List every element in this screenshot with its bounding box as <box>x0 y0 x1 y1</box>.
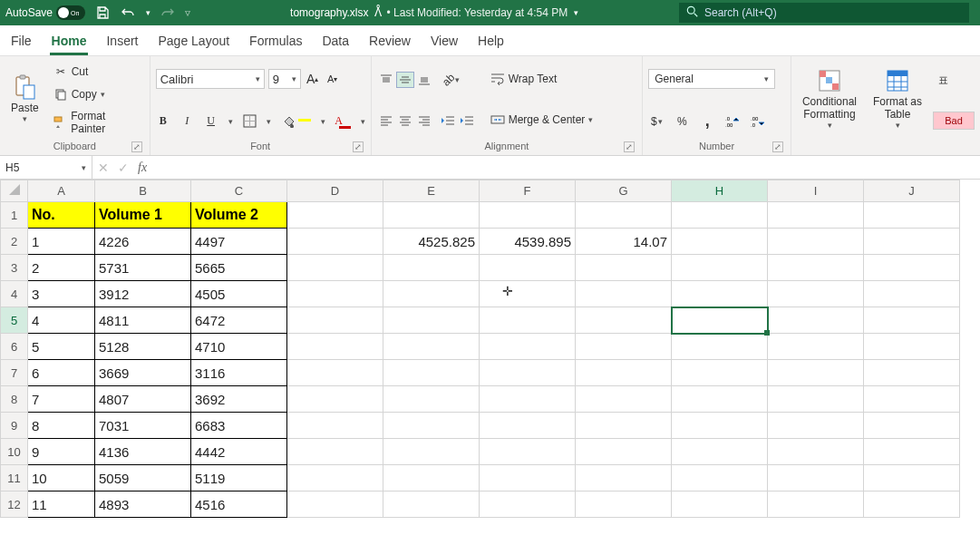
font-launcher-icon[interactable]: ⤢ <box>353 141 364 152</box>
paste-button[interactable]: Paste▾ <box>5 60 44 139</box>
search-box[interactable]: Search (Alt+Q) <box>679 3 969 23</box>
row-header[interactable]: 3 <box>1 255 28 281</box>
cell[interactable] <box>768 229 864 255</box>
cancel-formula-icon[interactable]: ✕ <box>98 161 109 175</box>
col-header[interactable]: G <box>576 180 672 202</box>
cell[interactable] <box>383 491 480 518</box>
bold-button[interactable]: B <box>156 113 170 130</box>
copy-button[interactable]: Copy▾ <box>50 85 144 103</box>
cell[interactable] <box>576 360 672 386</box>
number-launcher-icon[interactable]: ⤢ <box>772 141 783 152</box>
cell[interactable] <box>864 491 960 518</box>
cell[interactable]: 10 <box>28 465 95 491</box>
cell[interactable]: 4516 <box>191 491 287 518</box>
cell[interactable] <box>383 360 480 386</box>
cell[interactable] <box>383 307 480 334</box>
undo-icon[interactable] <box>120 5 136 21</box>
cell[interactable] <box>864 281 960 307</box>
cell[interactable] <box>768 281 864 307</box>
menu-view[interactable]: View <box>429 28 460 55</box>
cell[interactable] <box>287 281 383 307</box>
cell[interactable] <box>768 255 864 281</box>
cell[interactable] <box>672 439 768 465</box>
cell[interactable]: 4893 <box>95 491 191 518</box>
decrease-font-icon[interactable]: A▾ <box>325 71 341 87</box>
worksheet-grid[interactable]: A B C D E F G H I J 1No.Volume 1Volume 2… <box>0 180 980 518</box>
cell[interactable]: 4710 <box>191 334 287 360</box>
clipboard-launcher-icon[interactable]: ⤢ <box>131 141 142 152</box>
redo-icon[interactable] <box>160 5 176 21</box>
cell[interactable]: 3 <box>28 281 95 307</box>
name-box[interactable]: H5▾ <box>0 156 92 179</box>
cell[interactable] <box>576 255 672 281</box>
autosave-toggle[interactable]: AutoSave On <box>5 5 85 20</box>
cell[interactable]: 4497 <box>191 229 287 255</box>
cell[interactable] <box>480 202 576 229</box>
cell[interactable] <box>480 465 576 491</box>
select-all-corner[interactable] <box>1 180 28 202</box>
row-header[interactable]: 6 <box>1 334 28 360</box>
cell[interactable] <box>864 439 960 465</box>
fx-icon[interactable]: fx <box>138 161 147 175</box>
cell[interactable]: 4539.895 <box>480 229 576 255</box>
cell[interactable]: 7 <box>28 386 95 413</box>
cell[interactable]: 4525.825 <box>383 229 480 255</box>
cell[interactable] <box>287 255 383 281</box>
cell[interactable] <box>480 439 576 465</box>
cell[interactable] <box>480 413 576 439</box>
menu-home[interactable]: Home <box>50 28 89 55</box>
cut-button[interactable]: ✂ Cut <box>50 63 144 81</box>
cell[interactable] <box>672 281 768 307</box>
cell[interactable]: Volume 1 <box>95 202 191 229</box>
cell[interactable] <box>768 465 864 491</box>
cell[interactable] <box>864 255 960 281</box>
italic-button[interactable]: I <box>180 113 194 130</box>
currency-button[interactable]: $▾ <box>648 113 665 130</box>
cell[interactable]: 4811 <box>95 307 191 334</box>
share-icon[interactable]: ᐰ <box>374 6 382 19</box>
cell[interactable]: 6 <box>28 360 95 386</box>
row-header[interactable]: 8 <box>1 386 28 413</box>
cell[interactable]: 4807 <box>95 386 191 413</box>
cell[interactable] <box>864 334 960 360</box>
col-header[interactable]: J <box>864 180 960 202</box>
cell[interactable] <box>576 413 672 439</box>
cell[interactable] <box>383 465 480 491</box>
cell[interactable] <box>383 439 480 465</box>
cell[interactable] <box>383 334 480 360</box>
row-header[interactable]: 12 <box>1 491 28 518</box>
cell[interactable] <box>576 439 672 465</box>
fill-color-button[interactable] <box>280 113 311 130</box>
cell[interactable] <box>383 386 480 413</box>
cell[interactable] <box>287 413 383 439</box>
row-header[interactable]: 10 <box>1 439 28 465</box>
cell[interactable]: 4 <box>28 307 95 334</box>
row-header[interactable]: 4 <box>1 281 28 307</box>
cell[interactable] <box>864 307 960 334</box>
cell[interactable] <box>576 491 672 518</box>
cell[interactable]: 5119 <box>191 465 287 491</box>
cell[interactable] <box>576 334 672 360</box>
cell[interactable] <box>864 229 960 255</box>
cell[interactable]: 2 <box>28 255 95 281</box>
cell[interactable] <box>864 202 960 229</box>
format-painter-button[interactable]: Format Painter <box>50 109 144 136</box>
align-left-button[interactable] <box>377 112 395 129</box>
cell[interactable] <box>768 386 864 413</box>
cell[interactable] <box>383 202 480 229</box>
cell[interactable]: 3669 <box>95 360 191 386</box>
cell[interactable] <box>576 386 672 413</box>
col-header[interactable]: F <box>480 180 576 202</box>
align-middle-button[interactable] <box>396 72 414 88</box>
percent-button[interactable]: % <box>674 113 690 130</box>
cell[interactable] <box>672 202 768 229</box>
menu-data[interactable]: Data <box>320 28 351 55</box>
menu-page-layout[interactable]: Page Layout <box>156 28 231 55</box>
cell[interactable] <box>672 491 768 518</box>
col-header[interactable]: C <box>191 180 287 202</box>
underline-button[interactable]: U <box>203 113 218 130</box>
cell[interactable]: 3116 <box>191 360 287 386</box>
increase-font-icon[interactable]: A▴ <box>305 71 321 87</box>
cell[interactable] <box>768 202 864 229</box>
col-header[interactable]: B <box>95 180 191 202</box>
